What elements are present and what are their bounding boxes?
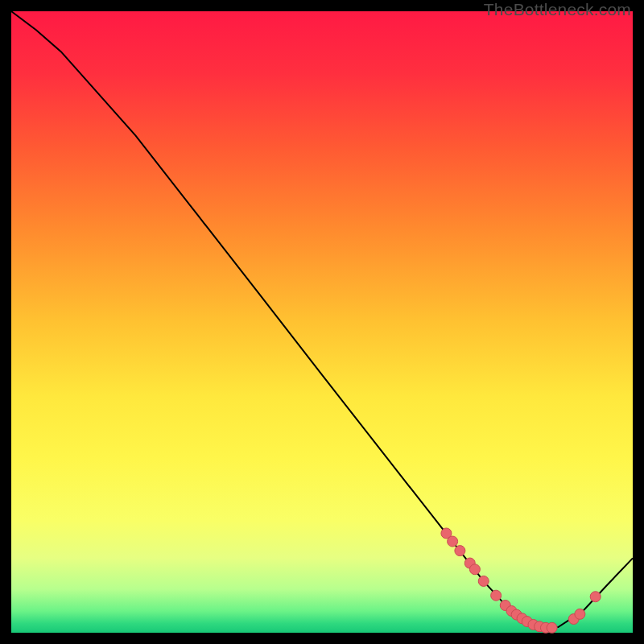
- marker-point: [455, 546, 465, 556]
- marker-point: [590, 592, 601, 602]
- plot-area: [11, 11, 633, 633]
- marker-point: [469, 564, 480, 575]
- marker-point: [575, 609, 585, 619]
- chart-svg: [11, 11, 633, 633]
- marker-point: [478, 576, 489, 586]
- marker-point: [448, 536, 458, 547]
- chart-stage: TheBottleneck.com: [0, 0, 644, 644]
- marker-point: [491, 590, 502, 601]
- marker-point: [547, 622, 557, 633]
- gradient-background: [11, 11, 633, 633]
